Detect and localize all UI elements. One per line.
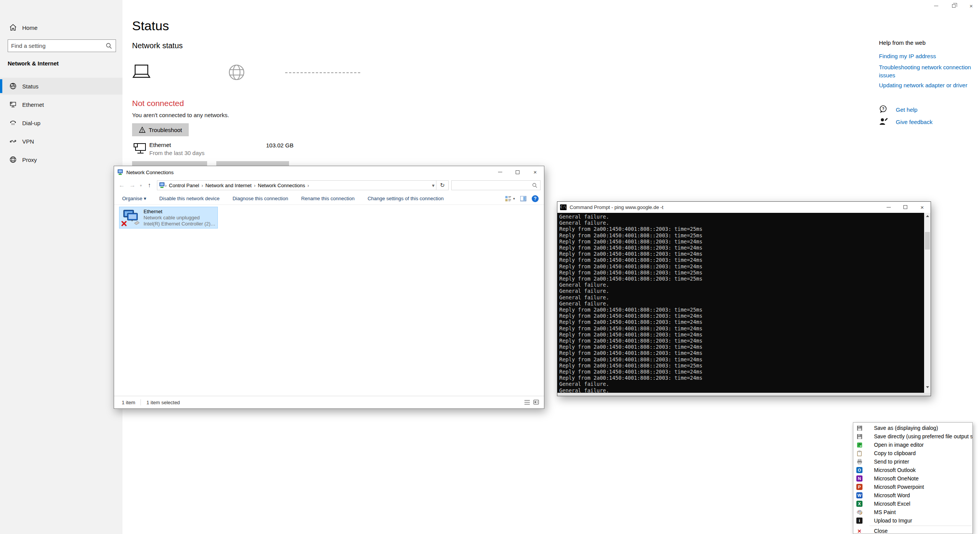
minimize-button[interactable] [927, 0, 945, 11]
onenote-icon: N [856, 475, 862, 482]
refresh-button[interactable]: ↻ [436, 180, 449, 190]
scrollbar-thumb[interactable] [925, 232, 930, 250]
breadcrumb[interactable]: › Control Panel › Network and Internet ›… [157, 180, 436, 190]
diagnose-connection-command[interactable]: Diagnose this connection [232, 196, 288, 201]
rename-connection-command[interactable]: Rename this connection [301, 196, 354, 201]
terminal-line: Reply from 2a00:1450:4001:808::2003: tim… [559, 245, 924, 251]
horizontal-scrollbar[interactable] [557, 393, 931, 396]
preview-pane-icon[interactable] [520, 196, 526, 201]
sidebar-item-status[interactable]: Status [0, 78, 122, 95]
outlook-icon: O [856, 467, 862, 473]
terminal-line: General failure. [559, 294, 924, 300]
sidebar-item-home[interactable]: Home [0, 19, 122, 36]
adapter-device: Intel(R) Ethernet Controller (2) I22... [144, 221, 216, 227]
explorer-search-input[interactable] [452, 183, 532, 188]
give-feedback-row[interactable]: Give feedback [879, 117, 933, 126]
explorer-titlebar[interactable]: Network Connections × [114, 166, 544, 178]
breadcrumb-item-network-and-internet[interactable]: Network and Internet [203, 183, 254, 188]
close-button[interactable]: × [526, 166, 544, 178]
breadcrumb-item-network-connections[interactable]: Network Connections [256, 183, 308, 188]
usage-amount: 103.02 GB [266, 142, 294, 149]
search-input[interactable] [8, 42, 105, 49]
menu-item-send-printer[interactable]: Send to printer [853, 457, 972, 466]
change-view-button[interactable]: ▾ [505, 196, 515, 201]
forward-icon[interactable]: → [127, 182, 138, 189]
thumbnail-view-toggle-icon[interactable] [533, 400, 539, 405]
minimize-button[interactable] [880, 202, 897, 212]
cmd-titlebar[interactable]: C:\ Command Prompt - ping www.google.de … [557, 202, 931, 213]
menu-item-save-directly[interactable]: Save directly (using preferred file outp… [853, 432, 972, 441]
menu-item-close[interactable]: × Close [853, 527, 972, 534]
menu-item-mspaint[interactable]: MS Paint [853, 508, 972, 516]
menu-item-excel[interactable]: X Microsoft Excel [853, 500, 972, 508]
sidebar-item-vpn[interactable]: VPN [0, 133, 122, 150]
data-usage-row[interactable]: Ethernet From the last 30 days 103.02 GB [132, 141, 316, 158]
selected-count: 1 item selected [146, 400, 180, 405]
powerpoint-icon: P [856, 484, 862, 490]
help-icon[interactable]: ? [532, 195, 539, 202]
vertical-scrollbar[interactable] [924, 213, 931, 394]
search-icon [532, 183, 537, 188]
explorer-window-title: Network Connections [126, 170, 174, 175]
terminal-line: Reply from 2a00:1450:4001:808::2003: tim… [559, 257, 924, 263]
restore-button[interactable] [945, 0, 962, 11]
adapter-status: Network cable unplugged [144, 215, 216, 221]
menu-item-open-editor[interactable]: Open in image editor [853, 441, 972, 449]
terminal-output[interactable]: General failure. General failure. Reply … [557, 213, 924, 394]
close-button[interactable]: × [914, 202, 931, 212]
details-view-toggle-icon[interactable] [524, 400, 530, 405]
menu-item-label: Microsoft Outlook [874, 467, 916, 473]
back-icon[interactable]: ← [116, 182, 127, 189]
terminal-line: Reply from 2a00:1450:4001:808::2003: tim… [559, 369, 924, 375]
troubleshoot-button[interactable]: Troubleshoot [132, 123, 189, 136]
menu-item-outlook[interactable]: O Microsoft Outlook [853, 466, 972, 474]
sidebar-item-ethernet[interactable]: Ethernet [0, 96, 122, 113]
close-button[interactable]: × [962, 0, 980, 11]
sidebar-item-label: VPN [22, 138, 34, 145]
troubleshoot-label: Troubleshoot [149, 127, 182, 133]
menu-item-powerpoint[interactable]: P Microsoft Powerpoint [853, 483, 972, 491]
up-icon[interactable]: ↑ [144, 182, 155, 189]
address-dropdown-chevron-icon[interactable]: ▾ [432, 183, 434, 188]
maximize-button[interactable] [509, 166, 526, 178]
greenshot-context-menu: Save as (displaying dialog) Save directl… [853, 422, 973, 534]
menu-item-upload-imgur[interactable]: i Upload to Imgur [853, 516, 972, 525]
sidebar-item-dialup[interactable]: Dial-up [0, 114, 122, 131]
disable-device-command[interactable]: Disable this network device [159, 196, 220, 201]
explorer-search-box[interactable] [451, 180, 541, 190]
ethernet-adapter-item[interactable]: Ethernet Network cable unplugged Intel(R… [119, 207, 218, 229]
breadcrumb-item-control-panel[interactable]: Control Panel [167, 183, 201, 188]
menu-item-label: MS Paint [874, 509, 896, 515]
terminal-line: Reply from 2a00:1450:4001:808::2003: tim… [559, 356, 924, 363]
command-prompt-window: C:\ Command Prompt - ping www.google.de … [557, 201, 931, 396]
settings-search-box[interactable] [8, 39, 116, 52]
organise-menu[interactable]: Organise ▾ [122, 196, 146, 201]
menu-item-save-as[interactable]: Save as (displaying dialog) [853, 424, 972, 432]
recent-locations-chevron-icon[interactable]: ▾ [138, 183, 144, 188]
change-settings-command[interactable]: Change settings of this connection [368, 196, 444, 201]
laptop-icon [132, 64, 151, 81]
scroll-up-icon[interactable] [924, 213, 931, 219]
get-help-label: Get help [896, 106, 918, 113]
menu-item-word[interactable]: W Microsoft Word [853, 491, 972, 500]
svg-text:?: ? [882, 107, 884, 111]
maximize-button[interactable] [897, 202, 914, 212]
clipboard-icon [857, 451, 862, 456]
help-link-troubleshooting[interactable]: Troubleshooting network connection issue… [879, 63, 978, 79]
scroll-down-icon[interactable] [924, 384, 931, 390]
help-link-updating-driver[interactable]: Updating network adapter or driver [879, 81, 978, 89]
ethernet-icon [9, 101, 17, 108]
menu-item-copy-clipboard[interactable]: Copy to clipboard [853, 449, 972, 457]
proxy-globe-icon [9, 156, 17, 163]
get-help-row[interactable]: ? Get help [879, 105, 918, 114]
status-divider [140, 399, 141, 405]
terminal-line: Reply from 2a00:1450:4001:808::2003: tim… [559, 375, 924, 381]
explorer-content: Ethernet Network cable unplugged Intel(R… [114, 205, 544, 397]
minimize-button[interactable] [491, 166, 509, 178]
not-connected-description: You aren't connected to any networks. [132, 112, 229, 118]
help-link-ip-address[interactable]: Finding my IP address [879, 52, 978, 60]
sidebar-item-proxy[interactable]: Proxy [0, 151, 122, 168]
connection-dashed-line [285, 72, 360, 73]
menu-item-onenote[interactable]: N Microsoft OneNote [853, 474, 972, 483]
save-as-icon [857, 425, 862, 431]
